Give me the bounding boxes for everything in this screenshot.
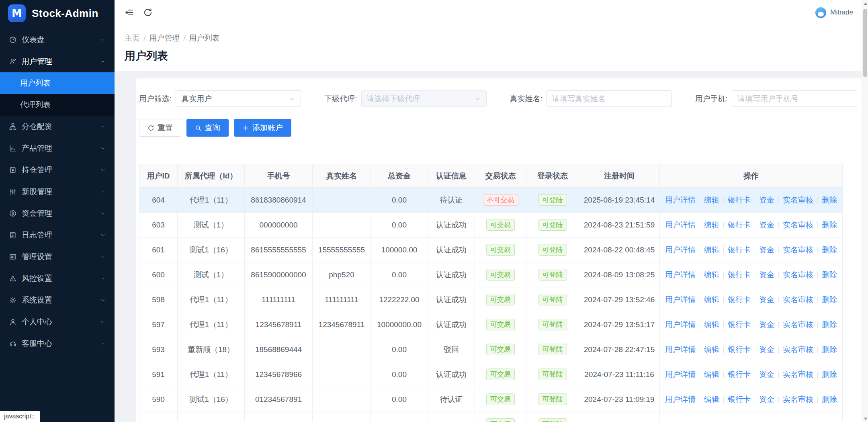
action-link-3[interactable]: 银行卡 bbox=[728, 370, 751, 379]
sidebar-item-position-management[interactable]: 持仓管理 bbox=[0, 159, 115, 181]
action-link-1[interactable]: 用户详情 bbox=[665, 345, 696, 354]
user-phone-input[interactable] bbox=[732, 90, 857, 107]
cell-auth: 认证成功 bbox=[428, 287, 475, 312]
action-link-5[interactable]: 实名审核 bbox=[783, 295, 813, 304]
action-link-2[interactable]: 编辑 bbox=[704, 270, 719, 279]
action-link-1[interactable]: 用户详情 bbox=[665, 320, 696, 329]
action-link-2[interactable]: 编辑 bbox=[704, 345, 719, 354]
action-link-4[interactable]: 资金 bbox=[759, 345, 774, 354]
candlestick-icon bbox=[9, 188, 17, 196]
login-status-badge: 可登陆 bbox=[538, 344, 567, 355]
action-link-1[interactable]: 用户详情 bbox=[665, 395, 696, 404]
action-link-6[interactable]: 删除 bbox=[822, 395, 837, 404]
action-link-5[interactable]: 实名审核 bbox=[783, 196, 813, 204]
cell-trade-status: 可交易 bbox=[475, 238, 526, 262]
action-link-1[interactable]: 用户详情 bbox=[665, 370, 696, 379]
action-link-5[interactable]: 实名审核 bbox=[783, 246, 813, 254]
sidebar-subitem-user-list[interactable]: 用户列表 bbox=[0, 72, 115, 94]
table-header-cell: 认证信息 bbox=[428, 164, 475, 188]
menu-fold-icon[interactable] bbox=[125, 8, 134, 17]
cell-real-name: 15555555555 bbox=[313, 238, 371, 262]
sidebar-item-user-management[interactable]: 用户管理 bbox=[0, 51, 115, 72]
action-link-3[interactable]: 银行卡 bbox=[728, 270, 751, 279]
action-link-6[interactable]: 删除 bbox=[822, 221, 837, 229]
sidebar-item-label: 产品管理 bbox=[22, 143, 52, 154]
sidebar-subitem-agent-list[interactable]: 代理列表 bbox=[0, 94, 115, 116]
action-link-5[interactable]: 实名审核 bbox=[783, 221, 813, 229]
action-link-5[interactable]: 实名审核 bbox=[783, 345, 813, 354]
add-account-button[interactable]: 添加账户 bbox=[234, 119, 291, 137]
sidebar-item-service-center[interactable]: 客服中心 bbox=[0, 333, 115, 354]
sidebar-item-funds-management[interactable]: 资金管理 bbox=[0, 203, 115, 224]
action-link-3[interactable]: 银行卡 bbox=[728, 345, 751, 354]
action-link-6[interactable]: 删除 bbox=[822, 370, 837, 379]
refresh-icon[interactable] bbox=[143, 8, 153, 17]
action-separator bbox=[778, 272, 779, 278]
action-link-4[interactable]: 资金 bbox=[759, 370, 774, 379]
action-link-3[interactable]: 银行卡 bbox=[728, 246, 751, 254]
real-name-input[interactable] bbox=[547, 90, 672, 107]
action-link-2[interactable]: 编辑 bbox=[704, 196, 719, 204]
action-link-2[interactable]: 编辑 bbox=[704, 246, 719, 254]
action-link-6[interactable]: 删除 bbox=[822, 270, 837, 279]
sidebar-nav: 仪表盘用户管理用户列表代理列表分仓配资产品管理持仓管理新股管理资金管理日志管理管… bbox=[0, 29, 115, 354]
cell-trade-status: 可交易 bbox=[475, 362, 526, 387]
vertical-scrollbar[interactable] bbox=[862, 0, 868, 422]
action-link-6[interactable]: 删除 bbox=[822, 196, 837, 204]
action-link-5[interactable]: 实名审核 bbox=[783, 320, 813, 329]
action-link-3[interactable]: 银行卡 bbox=[728, 221, 751, 229]
table-header-cell: 登录状态 bbox=[526, 164, 579, 188]
action-link-4[interactable]: 资金 bbox=[759, 395, 774, 404]
scrollbar-down-arrow-icon[interactable] bbox=[862, 416, 868, 422]
action-link-4[interactable]: 资金 bbox=[759, 246, 774, 254]
cell-real-name bbox=[313, 387, 371, 412]
action-link-3[interactable]: 银行卡 bbox=[728, 320, 751, 329]
action-link-5[interactable]: 实名审核 bbox=[783, 370, 813, 379]
user-type-select[interactable]: 真实用户 bbox=[176, 90, 301, 107]
action-link-1[interactable]: 用户详情 bbox=[665, 270, 696, 279]
scrollbar-up-arrow-icon[interactable] bbox=[862, 0, 868, 6]
sub-agent-select[interactable]: 请选择下级代理 bbox=[361, 90, 487, 107]
action-link-4[interactable]: 资金 bbox=[759, 295, 774, 304]
action-link-3[interactable]: 银行卡 bbox=[728, 395, 751, 404]
sidebar-item-warehouse-allocation[interactable]: 分仓配资 bbox=[0, 116, 115, 137]
action-link-1[interactable]: 用户详情 bbox=[665, 196, 696, 204]
action-link-2[interactable]: 编辑 bbox=[704, 320, 719, 329]
query-button[interactable]: 查询 bbox=[186, 119, 229, 137]
sidebar-item-new-stock-management[interactable]: 新股管理 bbox=[0, 181, 115, 203]
action-link-4[interactable]: 资金 bbox=[759, 320, 774, 329]
action-link-2[interactable]: 编辑 bbox=[704, 395, 719, 404]
action-link-4[interactable]: 资金 bbox=[759, 196, 774, 204]
sidebar-item-risk-settings[interactable]: 风控设置 bbox=[0, 268, 115, 289]
action-link-6[interactable]: 删除 bbox=[822, 345, 837, 354]
action-link-5[interactable]: 实名审核 bbox=[783, 395, 813, 404]
action-link-6[interactable]: 删除 bbox=[822, 320, 837, 329]
sidebar-item-admin-settings[interactable]: 管理设置 bbox=[0, 246, 115, 268]
sidebar-item-system-settings[interactable]: 系统设置 bbox=[0, 289, 115, 311]
action-link-5[interactable]: 实名审核 bbox=[783, 270, 813, 279]
breadcrumb-user-management[interactable]: 用户管理 bbox=[149, 33, 180, 43]
action-link-2[interactable]: 编辑 bbox=[704, 370, 719, 379]
reset-button[interactable]: 重置 bbox=[139, 119, 181, 137]
action-link-1[interactable]: 用户详情 bbox=[665, 246, 696, 254]
scrollbar-thumb[interactable] bbox=[863, 9, 867, 77]
cell-agent: 代理1（11） bbox=[178, 312, 245, 337]
action-link-2[interactable]: 编辑 bbox=[704, 221, 719, 229]
action-link-3[interactable]: 银行卡 bbox=[728, 295, 751, 304]
action-link-1[interactable]: 用户详情 bbox=[665, 221, 696, 229]
sidebar-item-dashboard[interactable]: 仪表盘 bbox=[0, 29, 115, 51]
action-link-4[interactable]: 资金 bbox=[759, 270, 774, 279]
breadcrumb-home[interactable]: 主页 bbox=[125, 33, 140, 43]
sidebar-item-log-management[interactable]: 日志管理 bbox=[0, 224, 115, 246]
action-separator bbox=[755, 247, 755, 253]
action-link-4[interactable]: 资金 bbox=[759, 221, 774, 229]
action-link-3[interactable]: 银行卡 bbox=[728, 196, 751, 204]
table-row: 可交易可登陆 bbox=[139, 412, 843, 422]
action-link-1[interactable]: 用户详情 bbox=[665, 295, 696, 304]
sidebar-item-personal-center[interactable]: 个人中心 bbox=[0, 311, 115, 333]
sidebar-item-product-management[interactable]: 产品管理 bbox=[0, 137, 115, 159]
action-link-2[interactable]: 编辑 bbox=[704, 295, 719, 304]
action-link-6[interactable]: 删除 bbox=[822, 295, 837, 304]
action-link-6[interactable]: 删除 bbox=[822, 246, 837, 254]
user-menu[interactable]: Mitrade bbox=[815, 7, 853, 18]
